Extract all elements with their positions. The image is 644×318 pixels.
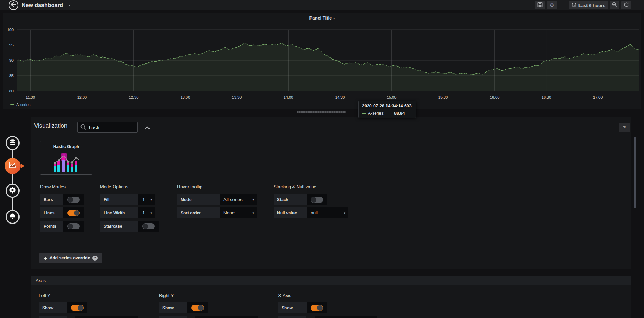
svg-text:12:00: 12:00: [77, 95, 87, 99]
sort-order-select[interactable]: None▾: [220, 207, 257, 218]
option-label: Stack: [274, 194, 307, 205]
legend-item-a-series[interactable]: A-series: [10, 103, 30, 107]
svg-text:15:00: 15:00: [387, 95, 397, 99]
option-label: Show: [278, 302, 307, 313]
axes-column-x-axis: X-Axis Show: [278, 293, 327, 316]
caret-down-icon: ▾: [150, 211, 152, 215]
tooltip-series-swatch: [362, 113, 366, 114]
plugin-card-hastic-graph[interactable]: Hastic Graph: [40, 141, 92, 175]
svg-text:17:00: 17:00: [593, 95, 603, 99]
option-group-draw-modes: Draw Modes Bars Lines Points: [40, 184, 84, 234]
vertical-scrollbar-thumb[interactable]: [634, 137, 636, 208]
option-row-points: Points: [40, 221, 84, 232]
option-row-null-value: Null value null▾: [274, 207, 348, 218]
option-label: Bars: [40, 194, 63, 205]
column-title: Right Y: [159, 293, 208, 298]
axes-column-right-y: Right Y Show: [159, 293, 208, 316]
collapse-section-chevron-icon[interactable]: [145, 124, 150, 131]
option-group-stacking: Stacking & Null value Stack Null value n…: [274, 184, 348, 221]
timeseries-chart[interactable]: 1009590858011:3012:0012:3013:0013:3014:0…: [0, 0, 644, 109]
option-row-fill: Fill 1▾: [100, 194, 159, 205]
staircase-toggle[interactable]: [142, 223, 155, 229]
option-row-show: Show: [39, 302, 87, 313]
caret-down-icon: ▾: [344, 211, 345, 215]
option-label: Show: [159, 302, 187, 313]
svg-text:13:30: 13:30: [232, 95, 242, 99]
option-row-show: Show: [159, 302, 208, 313]
group-title: Draw Modes: [40, 184, 84, 189]
option-row-lines: Lines: [40, 207, 84, 218]
axes-section: Axes Left Y Show Right Y Show X-Axis Sho…: [31, 276, 631, 318]
tooltip-value: 88.84: [394, 111, 405, 116]
points-toggle[interactable]: [67, 223, 80, 229]
plugin-name: Hastic Graph: [40, 144, 92, 149]
graph-tooltip: 2020-07-28 14:34:14.693 A-series: 88.84: [358, 101, 416, 118]
svg-text:90: 90: [9, 58, 14, 62]
option-label: Line Width: [100, 207, 138, 218]
tooltip-mode-select[interactable]: All series▾: [220, 194, 257, 205]
option-group-hover-tooltip: Hover tooltip Mode All series▾ Sort orde…: [177, 184, 257, 221]
bars-toggle[interactable]: [67, 197, 80, 203]
option-label: Fill: [100, 194, 138, 205]
panel-resize-handle[interactable]: [296, 111, 348, 113]
caret-down-icon: ▾: [252, 198, 254, 202]
visualization-section: Visualization ? Hastic Graph: [31, 117, 631, 269]
hastic-graph-icon: [40, 151, 92, 174]
legend-label: A-series: [16, 103, 30, 107]
plugin-search-box[interactable]: [77, 122, 138, 133]
right-y-show-toggle[interactable]: [191, 305, 204, 311]
axes-column-left-y: Left Y Show: [39, 293, 87, 316]
tab-general[interactable]: [6, 184, 20, 198]
tab-queries[interactable]: [6, 136, 20, 150]
option-row-staircase: Staircase: [100, 221, 159, 232]
section-title-visualization: Visualization: [34, 122, 67, 129]
tooltip-series-label: A-series:: [368, 111, 384, 116]
group-title: Hover tooltip: [177, 184, 257, 189]
svg-text:80: 80: [9, 89, 14, 93]
option-row-mode: Mode All series▾: [177, 194, 257, 205]
line-width-select[interactable]: 1▾: [138, 207, 155, 218]
search-icon: [80, 124, 86, 131]
area-chart-icon: [8, 161, 17, 171]
null-value-select[interactable]: null▾: [307, 207, 348, 218]
clipped-option-row: [39, 316, 138, 318]
clipped-option-row: [159, 316, 258, 318]
option-label: Points: [40, 221, 63, 232]
help-button[interactable]: ?: [619, 123, 630, 132]
svg-text:16:00: 16:00: [490, 95, 500, 99]
option-label: Lines: [40, 207, 63, 218]
tab-visualization[interactable]: [5, 158, 21, 174]
graph-panel: Panel Title ▾ 1009590858011:3012:0012:30…: [3, 13, 641, 109]
option-row-line-width: Line Width 1▾: [100, 207, 159, 218]
left-y-show-toggle[interactable]: [71, 305, 84, 311]
option-label: Staircase: [100, 221, 138, 232]
tab-alert[interactable]: [6, 210, 20, 224]
svg-text:85: 85: [9, 74, 14, 78]
group-title: Mode Options: [100, 184, 159, 189]
option-group-mode-options: Mode Options Fill 1▾ Line Width 1▾ Stair…: [100, 184, 159, 234]
add-series-override-button[interactable]: + Add series override ?: [39, 253, 102, 263]
svg-text:14:00: 14:00: [284, 95, 293, 99]
axes-section-header[interactable]: Axes: [31, 276, 631, 285]
svg-text:12:30: 12:30: [129, 95, 139, 99]
lines-toggle[interactable]: [67, 210, 80, 216]
option-label: Null value: [274, 207, 307, 218]
question-circle-icon: ?: [92, 256, 98, 261]
clipped-option-row: [278, 316, 377, 318]
column-title: Left Y: [39, 293, 87, 298]
bell-icon: [9, 213, 16, 221]
svg-text:11:30: 11:30: [26, 95, 35, 99]
caret-down-icon: ▾: [252, 211, 254, 215]
stack-toggle[interactable]: [310, 197, 323, 203]
fill-select[interactable]: 1▾: [138, 194, 155, 205]
legend-color-swatch: [10, 104, 14, 105]
x-axis-show-toggle[interactable]: [310, 305, 323, 311]
option-label: Sort order: [177, 207, 220, 218]
option-row-stack: Stack: [274, 194, 348, 205]
gear-wrench-icon: [9, 187, 16, 195]
caret-down-icon: ▾: [150, 198, 152, 202]
svg-text:95: 95: [9, 43, 14, 47]
plugin-search-input[interactable]: [89, 125, 131, 130]
option-row-show: Show: [278, 302, 327, 313]
svg-text:15:30: 15:30: [438, 95, 448, 99]
